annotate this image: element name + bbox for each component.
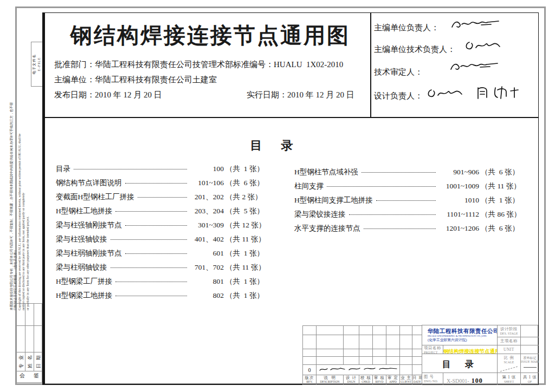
toc-count: （共 1 张） — [225, 164, 272, 174]
design-stage-cell: 设计阶段 DES. STAGE — [498, 325, 521, 337]
toc-pages: 801 — [190, 277, 224, 286]
revision-row-0: 0 — [303, 365, 422, 375]
col-date: 日 期 — [412, 376, 422, 381]
toc-entry: 变截面H型钢柱工厂拼接201、202（共 2 张） — [56, 190, 272, 204]
efile-label-rotated: 电子文件名 E-FILE — [31, 42, 42, 86]
toc-count: （共 5 张） — [225, 206, 272, 216]
efile-box: 电子文件名 E-FILE — [31, 42, 42, 87]
toc-pages: 401、402 — [190, 234, 224, 244]
copyright-strip: 本图技术接仅归华陆公司专有，未经本公司书面许可，不得复制、不得泄露，亦不得将本图… — [10, 15, 30, 312]
dot-leader — [125, 253, 188, 254]
toc-pages: 601 — [190, 249, 224, 258]
toc-title: 梁与梁铰接连接 — [294, 210, 346, 219]
col-reviewed: 审 核 — [373, 376, 386, 381]
toc-title: H型钢柱工地拼接 — [56, 206, 112, 216]
toc-entry: 柱间支撑1001~1009（共 11 张） — [294, 179, 530, 193]
dot-leader — [362, 172, 436, 173]
toc-title: 目录 — [56, 164, 70, 174]
chief-editor-unit: 主编单位：华陆工程科技有限责任公司土建室 — [54, 75, 217, 85]
copyright-en-line: Copyright of this drawing are reserved b… — [18, 15, 22, 310]
dot-leader — [125, 225, 188, 226]
of-label-cn: 共 1 张 — [521, 375, 539, 380]
signature-icon — [449, 17, 503, 31]
toc-pages: 1001~1009 — [439, 182, 479, 191]
toc-pages: 901~906 — [439, 168, 479, 177]
unit-label: UNIT — [498, 348, 520, 352]
dot-leader — [376, 200, 436, 201]
project-name-value: 钢结构焊接连接节点通用图 — [443, 349, 498, 354]
title-block: HUALU 华陆工程科技有限责任公司 HUALU ENGINEERING & T… — [422, 325, 538, 384]
item-name-value-cell — [521, 337, 539, 345]
copyright-text-rotated: 本图技术接仅归华陆公司专有，未经本公司书面许可，不得复制、不得泄露，亦不得将本图… — [10, 15, 30, 310]
efile-label-cn: 电子文件名 — [31, 42, 36, 86]
issue-mark-cell: 发布标记 ISSUE MARK — [521, 354, 539, 373]
dot-leader — [111, 239, 188, 240]
toc-title: 梁与柱强轴刚接节点 — [56, 220, 122, 230]
signature-icon — [424, 86, 467, 102]
drawing-name-cell: 目 录 — [422, 354, 498, 373]
publish-date: 发布日期：2010 年 12 月 20 日 — [54, 90, 162, 100]
document-title: 钢结构焊接连接节点通用图 — [54, 21, 366, 50]
dot-leader — [327, 186, 436, 187]
chief-unit-head-label: 主编单位负责人： — [374, 23, 439, 33]
signature-icon — [462, 38, 505, 54]
dwg-no-label-cn: 图 号 — [424, 375, 443, 380]
standard-number: 标准编号：HUALU 1X02-2010 — [233, 60, 343, 70]
copyright-cn-line: 印制转让于其它工程项目。（含电子文件） — [14, 15, 17, 310]
project-name-cell: 钢结构焊接连接节点通用图 — [443, 345, 498, 354]
dot-leader — [111, 267, 188, 268]
col-design: 设 计 — [344, 376, 359, 381]
toc-pages: 1101~1112 — [439, 210, 479, 219]
scale-cell: 比 例 SCALE — [498, 354, 521, 373]
revision-header-row: 版次REV. 说 明DESCRIPTION 设 计DSGN 校 核CHKD 审 … — [303, 375, 422, 385]
tech-approver-label: 技术审定人： — [374, 67, 423, 77]
toc-entry: 梁与柱强轴铰接401、402（共 11 张） — [56, 232, 272, 246]
dot-leader — [115, 211, 187, 212]
toc-count: （共 12 张） — [225, 220, 272, 230]
toc-heading: 目 录 — [220, 138, 328, 154]
toc-pages: 802 — [190, 291, 224, 300]
toc-title: 梁与柱弱轴铰接 — [56, 263, 107, 272]
dot-leader — [125, 183, 188, 184]
of-label-en: OF — [521, 380, 539, 384]
signature-divider-line — [370, 12, 371, 117]
toc-left-column: 目录100（共 1 张） 钢结构节点详图说明101~106（共 6 张） 变截面… — [56, 162, 272, 303]
signature-icon — [474, 84, 522, 102]
toc-pages: 203、204 — [190, 206, 224, 216]
header-divider-line — [42, 117, 539, 118]
toc-title: H型钢梁工地拼接 — [56, 291, 112, 300]
countersign-label-right: 签 — [34, 372, 39, 382]
toc-entry: 钢结构节点详图说明101~106（共 6 张） — [56, 176, 272, 190]
toc-pages: 101~106 — [190, 179, 224, 187]
countersign-row: 会 签 — [17, 371, 42, 382]
dot-leader — [74, 169, 187, 169]
issue-mark-line — [524, 367, 537, 368]
col-rev: 版次 — [303, 376, 316, 381]
toc-pages: 301~309 — [190, 221, 224, 230]
countersign-label-left: 会 — [20, 372, 25, 382]
toc-entry: 水平支撑的连接节点1201~1206（共 6 张） — [294, 221, 530, 236]
drawing-sheet: 钢结构焊接连接节点通用图 批准部门：华陆工程科技有限责任公司技管理术部 标准编号… — [0, 0, 555, 392]
toc-right-column: H型钢柱节点域补强901~906（共 6 张） 柱间支撑1001~1009（共 … — [294, 165, 530, 236]
toc-count: （共 6 张） — [481, 167, 530, 177]
toc-count: （共 6 张） — [481, 224, 530, 233]
revision-empty-row — [303, 326, 422, 335]
revision-signatures-cell — [317, 365, 400, 375]
toc-count: （共 6 张） — [225, 178, 272, 188]
toc-count: （共 1 张） — [225, 249, 272, 258]
toc-entry: 梁与柱弱轴铰接701、702（共 11 张） — [56, 260, 272, 275]
copyright-en-line: or partially in any form for any other p… — [26, 15, 30, 310]
toc-entry: H型钢柱工地拼接203、204（共 5 张） — [56, 204, 272, 218]
design-stage-label-cn: 设计阶段 — [498, 327, 520, 332]
sheet-label-en: SHEET — [498, 380, 520, 384]
sheet-label-cn: 第 1 张 — [498, 375, 520, 380]
unit-value-cell — [521, 345, 539, 354]
toc-entry: H型钢梁工厂拼接801（共 1 张） — [56, 275, 272, 289]
toc-count: （共 11 张） — [481, 181, 530, 191]
issue-mark-label-en: ISSUE MARK — [521, 360, 539, 364]
efile-label-en: E-FILE — [36, 42, 41, 86]
toc-count: （共 11 张） — [225, 234, 272, 244]
design-stage-value-cell — [521, 325, 539, 337]
toc-count: （共 1 张） — [225, 291, 272, 300]
unit-cell: UNIT — [498, 345, 521, 354]
